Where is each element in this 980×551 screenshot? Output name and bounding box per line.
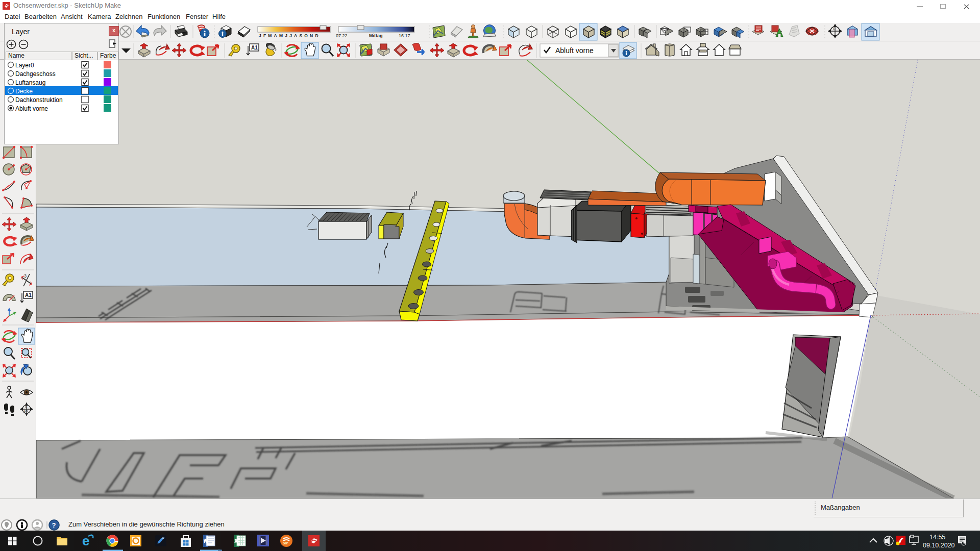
svg-text:14:55: 14:55 [929,534,945,541]
svg-text:A1: A1 [25,292,32,298]
svg-text:?: ? [52,521,56,529]
svg-text:3: 3 [24,273,27,279]
svg-text:A1: A1 [251,45,258,51]
svg-text:AS: AS [24,410,28,413]
svg-text:07:22: 07:22 [336,33,348,38]
svg-text:SIP: SIP [283,541,288,545]
svg-text:Abluft vorne: Abluft vorne [555,46,594,55]
svg-text:Mittag: Mittag [369,33,383,38]
svg-text:C: C [833,27,836,31]
svg-text:C: C [25,405,28,409]
svg-text:09.10.2020: 09.10.2020 [923,542,955,549]
svg-text:JFMAMJJASOND: JFMAMJJASOND [259,33,321,38]
svg-text:16:17: 16:17 [399,33,410,38]
